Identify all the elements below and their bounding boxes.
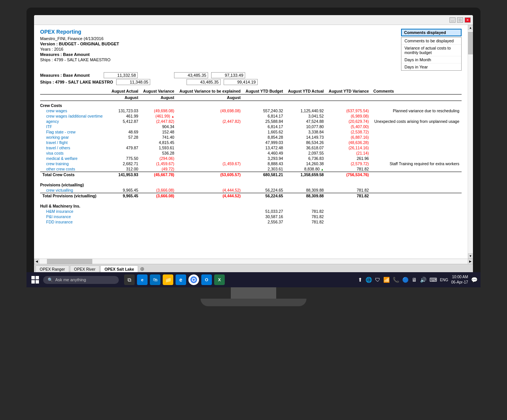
col-comments-header: Comments: [371, 88, 462, 95]
section-crew-costs: Crew Costs: [40, 101, 462, 108]
table-row: ITF 904.34 6,814.17 10,077.80 (5,407.00): [40, 124, 462, 129]
measure-value-1[interactable]: 11,332.58: [104, 72, 138, 78]
ytd-value-2[interactable]: 43,485.35: [187, 79, 221, 85]
svg-rect-3: [36, 280, 39, 284]
svg-rect-2: [31, 280, 35, 284]
report-header: OPEX Reporting Maestro_FINI, Finance (4/…: [40, 29, 462, 85]
close-button[interactable]: ✕: [465, 17, 471, 23]
scroll-down-arrow[interactable]: ▼: [468, 253, 473, 259]
measures-label: Measures : Base Amount: [40, 73, 101, 77]
sound-icon[interactable]: 🔊: [420, 277, 426, 283]
table-row: travel / flight 4,815.45 47,999.03 86,53…: [40, 140, 462, 145]
table-row: H&M insurance 51,033.27 781.82: [40, 209, 462, 214]
screen-bezel: ... □ ✕ OPEX Reporting Maestro_FIN: [26, 8, 481, 272]
network-icon[interactable]: ⬆: [358, 277, 362, 283]
security-icon[interactable]: 🛡: [375, 277, 380, 283]
dropdown-selected[interactable]: Comments displayed: [401, 29, 462, 36]
chrome-icon[interactable]: [188, 274, 199, 285]
bluetooth-icon[interactable]: 🔵: [402, 277, 409, 283]
hscroll-track[interactable]: [39, 259, 468, 264]
wifi-icon[interactable]: 📶: [383, 277, 390, 283]
hscroll-left-arrow[interactable]: ◀: [34, 259, 39, 264]
col-aug-actual-header: August Actual: [109, 88, 141, 95]
dropdown-item-1[interactable]: Comments to be displayed: [401, 37, 461, 45]
table-row: working gear 57.28 741.40 8,854.28 14,14…: [40, 135, 462, 140]
measures-row-1: Measures : Base Amount 11,332.58 43,485.…: [40, 72, 462, 78]
monitor-base: [201, 299, 306, 306]
svg-point-6: [193, 279, 195, 281]
phone-icon[interactable]: 📞: [393, 277, 399, 283]
hscroll-right-arrow[interactable]: ▶: [468, 259, 473, 264]
excel-icon[interactable]: X: [214, 274, 225, 285]
scroll-track[interactable]: [468, 30, 473, 253]
store-icon[interactable]: 🛍: [150, 274, 160, 285]
ytd-value-4[interactable]: 99,414.19: [224, 79, 258, 85]
years: Years : 2016: [40, 47, 397, 51]
total-provisions-row: Total Provisions (victualling) 9,965.45 …: [40, 193, 462, 199]
taskbar-search[interactable]: 🔍 Ask me anything: [43, 276, 119, 284]
tab-opex-ranger[interactable]: OPEX Ranger: [36, 265, 69, 272]
taskbar-app-icons: ⧉ e 🛍 📁 e O X: [124, 274, 225, 285]
col-sub1: August: [109, 95, 141, 101]
outlook-icon[interactable]: O: [201, 274, 212, 285]
hscroll-thumb[interactable]: [47, 259, 92, 264]
table-row: crew victualling 9,965.45 (3,666.08) (4,…: [40, 188, 462, 193]
ytd-value-1[interactable]: 43,485.35: [174, 72, 208, 78]
table-row: FDD insurance 2,556.37 781.82: [40, 219, 462, 225]
measure-value-2[interactable]: 11,348.05: [116, 79, 150, 85]
svg-rect-0: [31, 276, 35, 279]
tab-opex-river[interactable]: OPEX River: [70, 265, 100, 272]
tab-opex-saltlake[interactable]: OPEX Salt Lake: [100, 265, 138, 272]
ie-icon[interactable]: e: [137, 274, 148, 285]
maximize-button[interactable]: □: [457, 17, 463, 23]
vertical-scrollbar[interactable]: ▲ ▼: [468, 25, 473, 259]
col-ytd-budget-header: August YTD Budget: [243, 88, 285, 95]
main-table: August Actual August Variance August Var…: [40, 88, 462, 225]
sheet-tabs: OPEX Ranger OPEX River OPEX Salt Lake ⊕: [34, 264, 473, 272]
keyboard-icon[interactable]: ⌨: [429, 277, 437, 283]
table-row: crew wages /additional overtime 461.99 (…: [40, 113, 462, 119]
dropdown-menu: Comments to be displayed Variance of act…: [401, 37, 462, 71]
excel-main: OPEX Reporting Maestro_FINI, Finance (4/…: [34, 25, 468, 259]
col-ytd-actual-header: August YTD Actual: [285, 88, 326, 95]
excel-window: OPEX Reporting Maestro_FINI, Finance (4/…: [34, 25, 473, 272]
taskbar-clock: 10:00 AM 06-Apr-17: [451, 274, 468, 285]
subtitle: Maestro_FINI, Finance (4/13/2016: [40, 36, 397, 41]
window-controls: ... □ ✕: [449, 17, 471, 23]
col-sub3: August: [177, 95, 243, 101]
system-tray: ⬆ 🌐 🛡 📶 📞 🔵 🖥 🔊 ⌨ ENG 10:00 AM 06-Apr-17…: [358, 274, 477, 285]
scroll-up-arrow[interactable]: ▲: [468, 25, 473, 30]
scroll-thumb[interactable]: [468, 32, 473, 54]
monitor-icon[interactable]: 🖥: [412, 277, 417, 283]
add-sheet-button[interactable]: ⊕: [139, 265, 146, 272]
opex-title: OPEX Reporting: [40, 29, 397, 35]
ships-label: Ships : 4799 - SALT LAKE MAESTRO: [40, 80, 113, 84]
table-row: travel / others 479.87 1,593.61 13,472.4…: [40, 145, 462, 150]
table-row: visa costs 536.28 4,460.49 2,097.55 (21.…: [40, 150, 462, 156]
section-provisions: Provisions (victualling): [40, 180, 462, 188]
col-aug-variance-explain-header: August Variance to be explained: [177, 88, 243, 95]
monitor-neck: [231, 287, 276, 299]
table-row: crew wages 131,723.03 (49,698.08) (49,69…: [40, 108, 462, 113]
globe-icon[interactable]: 🌐: [365, 277, 372, 283]
folder-icon[interactable]: 📁: [163, 274, 173, 285]
notification-icon[interactable]: 💬: [471, 277, 477, 283]
start-button[interactable]: [30, 274, 41, 285]
monitor: ... □ ✕ OPEX Reporting Maestro_FIN: [0, 0, 507, 306]
language-label: ENG: [440, 278, 448, 282]
minimize-button[interactable]: ...: [449, 17, 456, 23]
dropdown-item-2[interactable]: Variance of actual costs tomonthly budge…: [401, 45, 461, 56]
table-row: crew training 2,682.71 (1,459.67) (1,459…: [40, 161, 462, 166]
spacer-row-2: [40, 198, 462, 201]
dropdown-item-4[interactable]: Days in Year: [401, 64, 461, 70]
search-placeholder: Ask me anything: [55, 277, 86, 282]
horizontal-scrollbar[interactable]: ◀ ▶: [34, 259, 473, 264]
ytd-value-3[interactable]: 97,133.49: [211, 72, 245, 78]
edge-icon[interactable]: e: [176, 274, 186, 285]
taskview-icon[interactable]: ⧉: [124, 274, 135, 285]
col-label-header: [40, 88, 109, 95]
section-hull: Hull & Machinery Ins.: [40, 201, 462, 209]
table-row: agency 5,412.87 (2,447.82) (2,447.82) 25…: [40, 119, 462, 124]
dropdown-item-3[interactable]: Days in Month: [401, 56, 461, 64]
col-ytd-variance-header: August YTD Variance: [326, 88, 371, 95]
